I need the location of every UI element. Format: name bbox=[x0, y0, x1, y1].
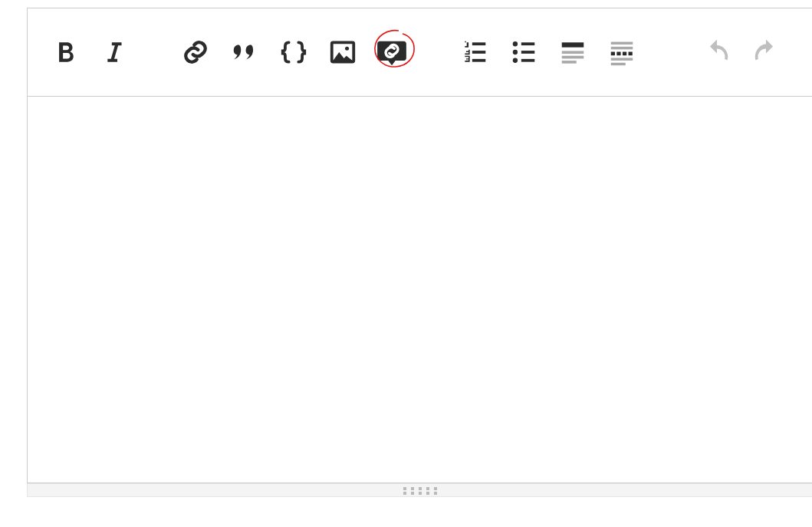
annotation-circle bbox=[371, 26, 416, 70]
undo-button[interactable] bbox=[701, 36, 733, 68]
svg-point-5 bbox=[513, 41, 518, 46]
italic-icon bbox=[100, 38, 129, 67]
bold-icon bbox=[51, 38, 80, 67]
code-braces-icon bbox=[279, 38, 308, 67]
svg-rect-2 bbox=[472, 42, 485, 45]
unordered-list-icon bbox=[509, 38, 538, 67]
svg-rect-11 bbox=[562, 42, 584, 47]
redo-icon bbox=[752, 38, 780, 66]
blockquote-button[interactable] bbox=[228, 36, 261, 68]
grip-icon bbox=[403, 487, 437, 494]
image-button[interactable] bbox=[327, 36, 359, 68]
svg-rect-13 bbox=[562, 56, 584, 59]
toolbar-group-insert bbox=[179, 36, 408, 68]
editor-container bbox=[27, 8, 812, 483]
svg-rect-17 bbox=[611, 52, 615, 56]
svg-point-6 bbox=[513, 50, 518, 54]
ordered-list-button[interactable] bbox=[459, 36, 491, 68]
ordered-list-icon bbox=[460, 38, 489, 67]
toolbar-group-history bbox=[701, 36, 782, 68]
svg-rect-21 bbox=[611, 58, 633, 60]
horizontal-rule-button[interactable] bbox=[606, 36, 638, 68]
quote-icon bbox=[230, 38, 259, 67]
svg-rect-18 bbox=[616, 52, 620, 56]
svg-rect-4 bbox=[472, 59, 485, 62]
italic-button[interactable] bbox=[98, 36, 130, 68]
link-icon bbox=[181, 38, 210, 67]
svg-rect-20 bbox=[629, 52, 633, 56]
svg-rect-3 bbox=[472, 51, 485, 54]
svg-rect-10 bbox=[521, 59, 534, 62]
svg-rect-15 bbox=[611, 42, 633, 44]
editor-toolbar bbox=[28, 8, 812, 97]
svg-rect-19 bbox=[623, 52, 626, 56]
svg-point-1 bbox=[345, 47, 349, 51]
unordered-list-button[interactable] bbox=[508, 36, 540, 68]
heading-button[interactable] bbox=[557, 36, 589, 68]
heading-icon bbox=[558, 38, 587, 67]
editor-textarea[interactable] bbox=[28, 97, 812, 483]
horizontal-rule-icon bbox=[607, 38, 636, 67]
svg-point-7 bbox=[513, 58, 518, 63]
code-block-button[interactable] bbox=[278, 36, 310, 68]
image-icon bbox=[328, 38, 357, 67]
link-button[interactable] bbox=[179, 36, 212, 68]
svg-rect-9 bbox=[521, 51, 534, 54]
svg-rect-16 bbox=[611, 47, 633, 49]
bold-button[interactable] bbox=[49, 36, 81, 68]
svg-rect-8 bbox=[521, 42, 534, 45]
svg-rect-14 bbox=[562, 61, 577, 64]
resize-handle[interactable] bbox=[27, 483, 812, 497]
svg-rect-12 bbox=[562, 51, 584, 54]
stack-snippet-button[interactable] bbox=[376, 36, 408, 68]
toolbar-group-text-style bbox=[49, 36, 130, 68]
redo-button[interactable] bbox=[750, 36, 782, 68]
undo-icon bbox=[703, 38, 731, 66]
svg-rect-22 bbox=[611, 63, 626, 65]
toolbar-group-lists bbox=[459, 36, 638, 68]
